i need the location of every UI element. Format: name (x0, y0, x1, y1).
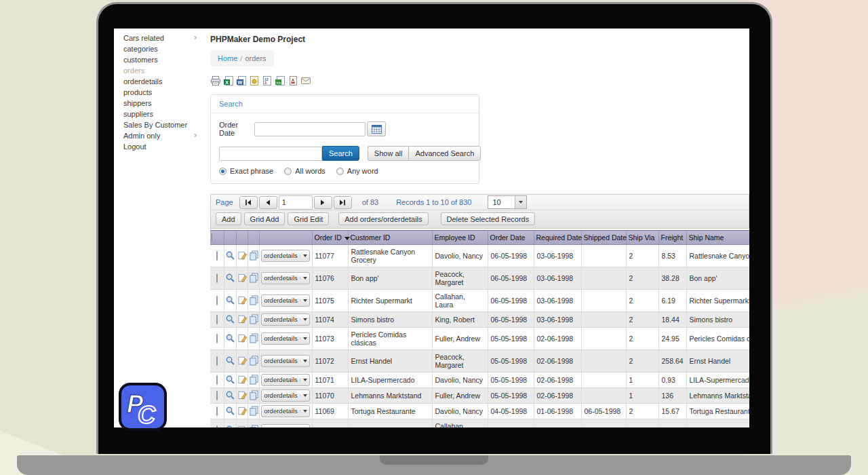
orderdetails-button[interactable]: orderdetails (261, 250, 310, 262)
first-page-button[interactable] (239, 196, 258, 209)
row-checkbox[interactable] (216, 375, 218, 385)
search-keyword-input[interactable] (219, 147, 322, 161)
view-icon[interactable] (225, 359, 235, 367)
column-header[interactable]: Required Date (534, 231, 581, 245)
edit-icon[interactable] (237, 394, 248, 402)
row-copy-cell (248, 419, 259, 428)
copy-icon[interactable] (249, 299, 259, 307)
view-icon[interactable] (225, 318, 235, 326)
orderdetails-button[interactable]: orderdetails (261, 272, 310, 284)
orderdetails-button[interactable]: orderdetails (261, 424, 310, 428)
copy-icon[interactable] (249, 359, 259, 367)
add-button[interactable]: Add (216, 212, 241, 225)
orderdetails-button[interactable]: orderdetails (261, 405, 310, 417)
advanced-search-button[interactable]: Advanced Search (408, 146, 481, 161)
match-option[interactable]: Exact phrase (219, 167, 273, 175)
copy-icon[interactable] (249, 337, 259, 345)
prev-page-button[interactable] (259, 196, 277, 209)
sidebar-item[interactable]: suppliers (114, 109, 202, 119)
orderdetails-button[interactable]: orderdetails (261, 294, 310, 307)
edit-icon[interactable] (237, 299, 248, 307)
search-button[interactable]: Search (322, 146, 359, 161)
edit-icon[interactable] (237, 318, 248, 326)
row-checkbox[interactable] (216, 296, 218, 305)
sidebar-item[interactable]: Sales By Customer (114, 119, 202, 130)
row-checkbox[interactable] (216, 334, 218, 343)
column-header[interactable]: Order Date (488, 231, 534, 245)
page-number-input[interactable] (279, 195, 313, 210)
row-checkbox[interactable] (216, 315, 218, 324)
column-header[interactable]: Ship Via (626, 231, 658, 245)
orderdetails-button[interactable]: orderdetails (261, 355, 310, 367)
view-icon[interactable] (225, 394, 235, 402)
select-all-checkbox[interactable] (211, 233, 212, 242)
export-excel-icon[interactable]: X (223, 75, 234, 86)
search-panel-title[interactable]: Search (211, 95, 479, 113)
sidebar-item[interactable]: orderdetails (114, 76, 202, 87)
row-checkbox[interactable] (216, 251, 218, 261)
email-icon[interactable] (300, 75, 311, 86)
orderdetails-button[interactable]: orderdetails (261, 314, 310, 326)
view-icon[interactable] (225, 337, 235, 345)
copy-icon[interactable] (249, 394, 259, 402)
breadcrumb-home-link[interactable]: Home (218, 54, 237, 62)
edit-icon[interactable] (237, 409, 248, 417)
orderdetails-button[interactable]: orderdetails (261, 374, 310, 386)
sidebar-item[interactable]: products (114, 87, 202, 98)
copy-icon[interactable] (249, 318, 259, 326)
sidebar-item[interactable]: orders (114, 65, 202, 76)
row-checkbox[interactable] (216, 356, 218, 366)
column-header[interactable]: Customer ID (348, 231, 432, 245)
orderdetails-button[interactable]: orderdetails (261, 332, 310, 345)
sidebar-item[interactable]: customers (114, 54, 202, 65)
next-page-button[interactable] (314, 196, 332, 209)
row-checkbox[interactable] (216, 391, 218, 400)
orderdetails-button[interactable]: orderdetails (261, 390, 310, 402)
order-date-input[interactable] (254, 122, 366, 136)
export-csv-icon[interactable]: 123, (262, 75, 273, 86)
column-header[interactable]: Ship Name (686, 231, 749, 245)
grid-add-button[interactable]: Grid Add (244, 212, 285, 225)
export-word-icon[interactable]: W (236, 75, 247, 86)
calendar-button[interactable] (367, 121, 386, 136)
view-icon[interactable] (225, 378, 235, 386)
copy-icon[interactable] (249, 276, 259, 284)
sidebar-item[interactable]: categories (114, 43, 202, 54)
last-page-button[interactable] (334, 196, 352, 209)
print-icon[interactable] (210, 75, 221, 86)
column-header[interactable]: Freight (658, 231, 686, 245)
export-pdf-icon[interactable] (288, 75, 298, 86)
page-size-select[interactable]: 10 (488, 195, 527, 209)
export-xml-icon[interactable]: <> (275, 75, 285, 86)
row-checkbox[interactable] (216, 273, 218, 283)
edit-icon[interactable] (237, 359, 248, 367)
view-icon[interactable] (225, 254, 235, 262)
column-header[interactable]: Shipped Date (581, 231, 626, 245)
grid-edit-button[interactable]: Grid Edit (288, 212, 329, 225)
copy-icon[interactable] (249, 409, 259, 417)
column-header[interactable]: Order ID (312, 231, 348, 245)
sidebar-item[interactable]: Admin only › (114, 130, 202, 141)
copy-icon[interactable] (249, 378, 259, 386)
add-orders-orderdetails-button[interactable]: Add orders/orderdetails (338, 212, 428, 225)
view-icon[interactable] (225, 409, 235, 417)
match-option[interactable]: Any word (336, 167, 378, 175)
edit-icon[interactable] (237, 254, 248, 262)
sidebar-item[interactable]: Logout (114, 141, 202, 152)
edit-icon[interactable] (237, 337, 248, 345)
view-icon[interactable] (225, 299, 235, 307)
sidebar-item[interactable]: shippers (114, 98, 202, 109)
view-icon[interactable] (225, 276, 235, 284)
delete-selected-button[interactable]: Delete Selected Records (441, 212, 536, 225)
cell-customer-id: Pericles Comidas clásicas (348, 328, 432, 350)
copy-icon[interactable] (249, 254, 259, 262)
row-checkbox[interactable] (216, 425, 218, 428)
row-checkbox[interactable] (216, 406, 218, 416)
export-html-icon[interactable] (249, 75, 260, 86)
match-option[interactable]: All words (284, 167, 326, 175)
column-header[interactable]: Employee ID (432, 231, 488, 245)
show-all-button[interactable]: Show all (368, 146, 409, 161)
edit-icon[interactable] (237, 276, 248, 284)
edit-icon[interactable] (237, 378, 248, 386)
sidebar-item[interactable]: Cars related › (114, 33, 202, 43)
